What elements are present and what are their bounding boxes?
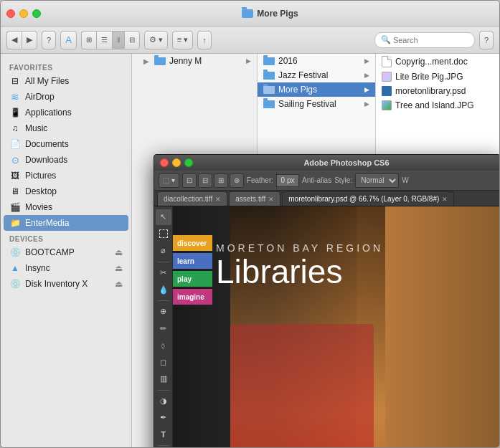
- eject-icon-insync[interactable]: ⏏: [115, 263, 123, 273]
- col1-jenny-m[interactable]: ▶ Jenny M ▶: [132, 54, 257, 68]
- lib-colored-bars: discover learn play imagine: [173, 235, 212, 305]
- search-input[interactable]: [393, 36, 468, 44]
- share-button[interactable]: ↑: [197, 31, 212, 49]
- action-icon: ⚙ ▾: [149, 35, 163, 44]
- close-button[interactable]: [6, 9, 15, 18]
- ps-feather-label: Feather:: [247, 176, 273, 184]
- jenny-m-folder-icon: [154, 57, 166, 65]
- entermedia-icon: 📁: [9, 217, 21, 229]
- ps-transform-btn-4[interactable]: ⊛: [230, 173, 244, 188]
- col3-item-label: Tree and Island.JPG: [395, 100, 474, 110]
- ps-tool-stamp[interactable]: ⎀: [156, 338, 171, 353]
- help-button[interactable]: ?: [42, 31, 56, 49]
- sidebar-item-airdrop[interactable]: ≋ AirDrop: [1, 89, 131, 105]
- col1-item-label: Jenny M: [169, 56, 202, 66]
- col2-jazz-festival[interactable]: Jazz Festival ▶: [258, 68, 375, 82]
- airdrop-button[interactable]: A: [60, 31, 77, 49]
- ps-tool-type[interactable]: T: [156, 427, 171, 443]
- maximize-button[interactable]: [32, 9, 41, 18]
- ps-tool-pointer[interactable]: ↖: [156, 209, 171, 225]
- ps-brush-icon: ✏: [160, 324, 166, 333]
- forward-button[interactable]: ▶: [22, 31, 37, 49]
- view-column-button[interactable]: ⫴: [112, 31, 124, 49]
- sidebar-item-label: All My Files: [25, 76, 69, 86]
- sidebar-item-bootcamp[interactable]: 💿 BOOTCAMP ⏏: [1, 244, 131, 260]
- ps-dodge-icon: ◑: [160, 396, 167, 406]
- help-button-right[interactable]: ?: [479, 31, 494, 49]
- ps-tool-gradient[interactable]: ▥: [156, 371, 171, 387]
- lib-text-block: MORETON BAY REGION Libraries: [216, 242, 499, 290]
- ps-tab-close-assets[interactable]: ✕: [268, 196, 274, 203]
- ps-transform-btn-1[interactable]: ⊡: [182, 173, 197, 188]
- ps-style-select[interactable]: Normal: [355, 173, 399, 188]
- ps-tool-eyedropper[interactable]: 💧: [156, 282, 171, 297]
- ps-transform-btn-2[interactable]: ⊟: [198, 173, 212, 188]
- ps-eraser-icon: ◻: [160, 358, 166, 367]
- ps-tool-dodge[interactable]: ◑: [156, 394, 171, 409]
- view-icon-icon: ⊞: [86, 36, 92, 44]
- minimize-button[interactable]: [19, 9, 28, 18]
- ps-tool-pen[interactable]: ✒: [156, 410, 171, 426]
- col2-2016[interactable]: 2016 ▶: [258, 54, 375, 68]
- eject-icon-bootcamp[interactable]: ⏏: [115, 247, 123, 257]
- back-icon: ◀: [11, 35, 17, 44]
- col2-more-pigs[interactable]: More Pigs ▶: [258, 82, 375, 97]
- ps-tab-moretonlibrary[interactable]: moretonlibrary.psd @ 66.7% (Layer 0, RGB…: [282, 191, 454, 206]
- view-list-button[interactable]: ☰: [96, 31, 112, 49]
- ps-tool-divider-1: [157, 262, 170, 262]
- ps-tool-brush[interactable]: ✏: [156, 320, 171, 336]
- ps-tab-diacollection[interactable]: diacollection.tiff ✕: [157, 191, 227, 206]
- action-button[interactable]: ⚙ ▾: [144, 31, 168, 49]
- ps-width-label: W: [402, 176, 408, 184]
- col3-lite-brite[interactable]: Lite Brite Pig.JPG: [376, 70, 499, 84]
- col3-tree-island[interactable]: Tree and Island.JPG: [376, 98, 499, 113]
- sidebar-item-movies[interactable]: 🎬 Movies: [1, 199, 131, 215]
- photoshop-window: Adobe Photoshop CS6 ⬚ ▾ ⊡ ⊟ ⊞ ⊛ Feather:…: [154, 154, 499, 447]
- ps-tab-close-moreton[interactable]: ✕: [442, 196, 448, 203]
- main-content: FAVORITES ⊟ All My Files ≋ AirDrop 📱 App…: [1, 54, 499, 447]
- lib-bar-play-label: play: [177, 275, 192, 283]
- ps-tool-crop[interactable]: ✂: [156, 265, 171, 281]
- arrange-button[interactable]: ≡ ▾: [172, 31, 193, 49]
- sidebar-item-pictures[interactable]: 🖼 Pictures: [1, 168, 131, 184]
- eject-icon-disk[interactable]: ⏏: [115, 279, 123, 289]
- ps-close-button[interactable]: [160, 158, 169, 167]
- sidebar-item-label: EnterMedia: [25, 218, 69, 228]
- sidebar-item-all-my-files[interactable]: ⊟ All My Files: [1, 73, 131, 89]
- lite-brite-img-icon: [382, 72, 392, 82]
- sidebar-item-insync[interactable]: ▲ Insync ⏏: [1, 260, 131, 276]
- ps-tool-marquee[interactable]: [156, 227, 171, 242]
- ps-traffic-lights: [160, 158, 193, 167]
- sidebar-item-entermedia[interactable]: 📁 EnterMedia: [4, 215, 128, 231]
- ps-maximize-button[interactable]: [184, 158, 193, 167]
- sidebar-item-documents[interactable]: 📄 Documents: [1, 136, 131, 152]
- sidebar-item-applications[interactable]: 📱 Applications: [1, 105, 131, 120]
- ps-tool-eraser[interactable]: ◻: [156, 354, 171, 370]
- view-coverflow-button[interactable]: ⊟: [124, 31, 140, 49]
- col3-copyright[interactable]: Copyrig...ment.doc: [376, 54, 499, 70]
- sailing-folder-icon: [263, 100, 275, 108]
- ps-style-label: Style:: [334, 176, 352, 184]
- ps-tool-divider-4: [157, 445, 170, 446]
- ps-minimize-button[interactable]: [172, 158, 181, 167]
- sidebar-item-disk-inventory[interactable]: 💿 Disk Inventory X ⏏: [1, 276, 131, 292]
- ps-tab-close-diacollection[interactable]: ✕: [215, 196, 221, 203]
- ps-tab-assets[interactable]: assets.tiff ✕: [229, 191, 280, 206]
- col2-sailing-festival[interactable]: Sailing Festival ▶: [258, 97, 375, 111]
- lib-bar-discover: discover: [173, 235, 212, 251]
- ps-tool-heal[interactable]: ⊕: [156, 304, 171, 320]
- search-box[interactable]: 🔍: [374, 32, 475, 48]
- ps-feather-input[interactable]: [276, 174, 299, 187]
- ps-tool-lasso[interactable]: ⌀: [156, 243, 171, 259]
- sidebar-item-music[interactable]: ♫ Music: [1, 120, 131, 136]
- ps-transform-btn-3[interactable]: ⊞: [214, 173, 228, 188]
- lib-bar-discover-label: discover: [177, 239, 207, 247]
- ps-pen-icon: ✒: [160, 413, 166, 422]
- sidebar-item-downloads[interactable]: ⊙ Downloads: [1, 152, 131, 168]
- ps-marquee-btn[interactable]: ⬚ ▾: [159, 173, 179, 188]
- view-icon-button[interactable]: ⊞: [81, 31, 96, 49]
- col3-moreton-library[interactable]: moretonlibrary.psd: [376, 84, 499, 98]
- ps-transform-icon-2: ⊟: [202, 176, 208, 184]
- sidebar-item-desktop[interactable]: 🖥 Desktop: [1, 184, 131, 199]
- back-button[interactable]: ◀: [6, 31, 22, 49]
